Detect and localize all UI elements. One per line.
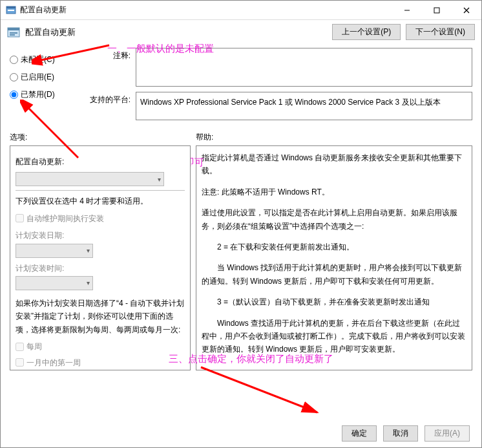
svg-rect-2: [8, 10, 14, 11]
weekly-checkbox[interactable]: [16, 343, 24, 351]
policy-icon: [7, 26, 20, 39]
first-week-checkbox[interactable]: [16, 358, 24, 367]
maintenance-check-row[interactable]: 自动维护期间执行安装: [16, 212, 185, 225]
platform-value: Windows XP Professional Service Pack 1 或…: [136, 92, 472, 120]
help-p2: 注意: 此策略不适用于 Windows RT。: [202, 186, 466, 198]
help-panel[interactable]: 指定此计算机是否通过 Windows 自动更新服务来接收安全更新和其他重要下载。…: [196, 145, 472, 370]
page-title: 配置自动更新: [25, 27, 76, 38]
help-p7: Windows 查找适用于此计算机的更新，并在后台下载这些更新（在此过程中，用户…: [202, 317, 466, 356]
separator: [16, 190, 185, 191]
weekly-check-row[interactable]: 每周: [16, 340, 185, 353]
apply-button: 应用(A): [424, 425, 470, 442]
window: 配置自动更新 配置自动更新 上一个设置(P) 下一个设置(N) 一、一般默认的是…: [0, 0, 482, 448]
options-label: 选项:: [10, 132, 196, 143]
svg-line-13: [201, 367, 317, 412]
panels: 配置自动更新: ▾ 下列设置仅在选中 4 时才需要和适用。 自动维护期间执行安装…: [10, 145, 472, 370]
next-setting-button[interactable]: 下一个设置(N): [406, 24, 475, 40]
window-buttons: [392, 1, 481, 19]
chevron-down-icon: ▾: [87, 245, 90, 256]
help-label: 帮助:: [196, 132, 213, 143]
first-week-check-row[interactable]: 一月中的第一周: [16, 356, 185, 369]
svg-rect-8: [8, 28, 19, 30]
help-p6: 3 =（默认设置）自动下载更新，并在准备安装更新时发出通知: [202, 295, 466, 308]
app-icon: [6, 5, 16, 16]
titlebar: 配置自动更新: [1, 1, 481, 20]
options-note: 下列设置仅在选中 4 时才需要和适用。: [16, 195, 185, 208]
options-heading: 配置自动更新:: [16, 155, 185, 168]
cancel-button[interactable]: 取消: [383, 425, 418, 442]
plan-date-label: 计划安装日期:: [16, 229, 185, 242]
platform-row: 支持的平台: Windows XP Professional Service P…: [87, 92, 472, 120]
first-week-label: 一月中的第一周: [26, 356, 81, 369]
content: 一、一般默认的是未配置 未配置(C) 已启用(E) 已禁用(D) 注释:: [1, 44, 481, 370]
header-row: 配置自动更新 上一个设置(P) 下一个设置(N): [1, 20, 481, 44]
nav-buttons: 上一个设置(P) 下一个设置(N): [332, 24, 475, 40]
arrow-3-icon: [194, 361, 337, 425]
comment-row: 注释:: [87, 48, 472, 87]
section-labels: 选项: 帮助:: [10, 132, 472, 143]
prev-setting-button[interactable]: 上一个设置(P): [332, 24, 401, 40]
chevron-down-icon: ▾: [87, 277, 90, 288]
help-p3: 通过使用此设置，可以指定是否在此计算机上启用自动更新。如果启用该服务，则必须在“…: [202, 206, 466, 233]
radio-unconfigured[interactable]: 未配置(C): [10, 54, 74, 65]
maximize-button[interactable]: [422, 1, 452, 19]
minimize-button[interactable]: [392, 1, 422, 19]
maintenance-check-label: 自动维护期间执行安装: [26, 212, 104, 225]
window-title: 配置自动更新: [20, 5, 392, 16]
options-panel[interactable]: 配置自动更新: ▾ 下列设置仅在选中 4 时才需要和适用。 自动维护期间执行安装…: [10, 145, 191, 370]
radio-unconfigured-label: 未配置(C): [21, 54, 55, 65]
svg-rect-1: [6, 6, 16, 8]
radio-disabled-input[interactable]: [10, 91, 18, 99]
radio-enabled-label: 已启用(E): [21, 72, 54, 83]
config-dropdown[interactable]: ▾: [16, 172, 164, 186]
options-long-note: 如果你为计划安装日期选择了“4 - 自动下载并计划安装”并指定了计划，则你还可以…: [16, 297, 185, 336]
chevron-down-icon: ▾: [158, 174, 161, 185]
comment-textarea[interactable]: [136, 48, 472, 87]
radio-unconfigured-input[interactable]: [10, 56, 18, 64]
radio-enabled-input[interactable]: [10, 73, 18, 81]
radio-section: 未配置(C) 已启用(E) 已禁用(D) 注释: 支持的平台:: [10, 48, 472, 125]
help-p4: 2 = 在下载和安装任何更新前发出通知。: [202, 240, 466, 253]
platform-label: 支持的平台:: [87, 92, 136, 105]
radio-column: 未配置(C) 已启用(E) 已禁用(D): [10, 48, 74, 125]
plan-date-dropdown[interactable]: ▾: [16, 244, 93, 258]
radio-disabled-label: 已禁用(D): [21, 89, 55, 100]
right-block: 注释: 支持的平台: Windows XP Professional Servi…: [87, 48, 472, 125]
svg-rect-9: [10, 32, 17, 34]
comment-label: 注释:: [87, 48, 136, 61]
weekly-label: 每周: [26, 340, 42, 353]
maintenance-checkbox[interactable]: [16, 214, 24, 222]
footer: 确定 取消 应用(A): [1, 419, 481, 447]
radio-disabled[interactable]: 已禁用(D): [10, 89, 74, 100]
ok-button[interactable]: 确定: [342, 425, 377, 442]
radio-enabled[interactable]: 已启用(E): [10, 72, 74, 83]
help-p1: 指定此计算机是否通过 Windows 自动更新服务来接收安全更新和其他重要下载。: [202, 151, 466, 178]
svg-rect-10: [10, 34, 15, 36]
plan-time-dropdown[interactable]: ▾: [16, 276, 93, 290]
svg-rect-4: [434, 8, 439, 13]
plan-time-label: 计划安装时间:: [16, 262, 185, 275]
help-p5: 当 Windows 找到适用于此计算机的更新时，用户将会接到可以下载更新的通知。…: [202, 261, 466, 288]
close-button[interactable]: [452, 1, 481, 19]
